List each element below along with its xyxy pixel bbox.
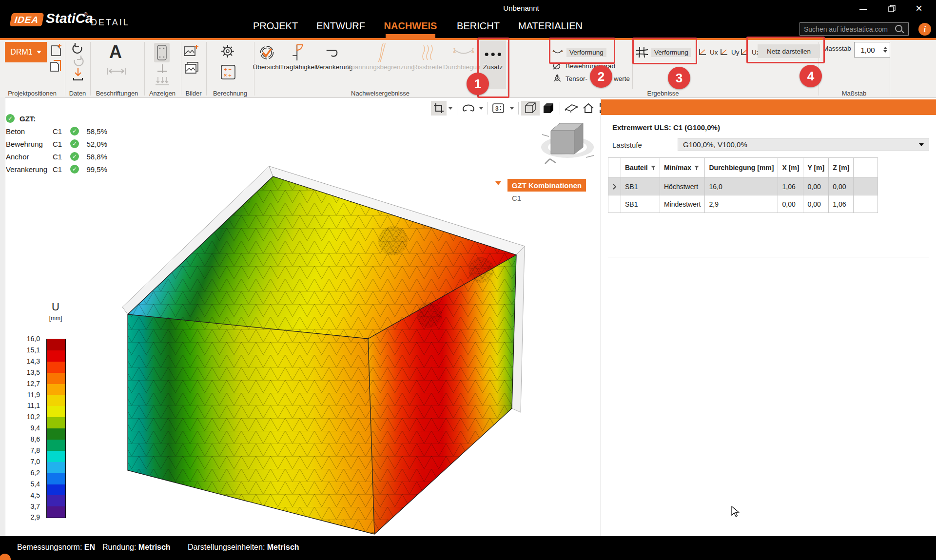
gzt-title-row: GZT:: [6, 112, 108, 125]
load-stage-value: G100,0%, V100,0%: [683, 140, 747, 149]
chevron-down-icon: [37, 51, 41, 54]
table-row[interactable]: SB1 Mindestwert 2,9 0,00 0,00 1,06: [608, 195, 878, 213]
scale-stepper[interactable]: 1,00: [854, 42, 890, 58]
copy-position-icon[interactable]: [49, 58, 63, 73]
cell-empty: [854, 178, 878, 195]
load-stage-dropdown[interactable]: G100,0%, V100,0%: [678, 138, 929, 151]
check-icon: [70, 139, 79, 148]
axis-icon: [720, 48, 728, 57]
cell-z: 1,06: [829, 195, 854, 213]
crop-tool-icon[interactable]: [431, 101, 447, 116]
calculator-icon[interactable]: + − × ÷: [220, 64, 236, 80]
row-expander[interactable]: [608, 178, 621, 195]
status-value: Metrisch: [267, 543, 299, 551]
cell-durchbiegung: 16,0: [705, 178, 778, 195]
filter-icon[interactable]: [694, 166, 699, 170]
result-tragfaehigkeit[interactable]: Tragfähigkeit: [280, 42, 318, 74]
legend-title: U: [46, 301, 65, 313]
undo-icon[interactable]: [71, 43, 85, 55]
axes-display-icon[interactable]: [156, 63, 169, 75]
group-label-projektpositionen: Projektpositionen: [8, 90, 57, 97]
add-image-icon[interactable]: [183, 44, 199, 58]
decimal-places-icon[interactable]: 3: [490, 101, 508, 116]
search-input[interactable]: [800, 22, 909, 36]
combination-item[interactable]: C1: [512, 194, 521, 202]
tab-bericht[interactable]: BERICHT: [457, 20, 500, 33]
close-button[interactable]: ×: [916, 2, 922, 14]
navigation-cube[interactable]: [535, 116, 600, 168]
section-clip-icon[interactable]: [563, 101, 580, 116]
tab-projekt[interactable]: PROJEKT: [253, 20, 298, 33]
legend-value: 5,4: [31, 480, 40, 488]
column-label: Y [m]: [807, 164, 824, 172]
result-label: Rissbreite: [413, 63, 442, 71]
logo-registered-mark: ®: [84, 12, 87, 17]
table-row[interactable]: SB1 Höchstwert 16,0 1,06 0,00 0,00: [608, 178, 878, 195]
cell-empty: [854, 195, 878, 213]
project-position-dropdown[interactable]: DRM1: [5, 42, 47, 62]
cell-x: 1,06: [778, 178, 803, 195]
deflection-icon: [452, 42, 475, 63]
legend-value: 14,3: [27, 357, 40, 365]
filter-icon[interactable]: [651, 166, 656, 170]
chevron-down-icon[interactable]: [510, 107, 514, 110]
legend-color-band: [47, 440, 65, 451]
gzt-title: GZT:: [20, 115, 36, 123]
extremes-table: Bauteil Min/max Durchbiegung [mm] X [m] …: [608, 157, 878, 213]
result-label: Spannungsbegrenzung: [347, 63, 415, 71]
legend-color-band: [47, 451, 65, 462]
empty-column-header: [854, 158, 878, 178]
settings-gear-icon[interactable]: [219, 43, 236, 59]
redo-icon: [71, 56, 85, 66]
col-minmax[interactable]: Min/max: [660, 158, 705, 178]
new-position-icon[interactable]: [50, 43, 63, 58]
result-uebersicht[interactable]: Übersicht: [253, 42, 280, 74]
gzt-item-name: Bewehrung: [6, 140, 53, 148]
home-view-icon[interactable]: [580, 101, 597, 116]
stepper-arrows-icon[interactable]: [881, 47, 890, 53]
gzt-item-value: 58,5%: [84, 127, 107, 135]
result-type-label: werte: [614, 75, 630, 82]
chevron-down-icon[interactable]: [448, 107, 452, 110]
gzt-item-combo: C1: [53, 165, 70, 174]
status-value: Metrisch: [138, 543, 171, 551]
app-window: { "window": { "title": "Unbenannt" }, "m…: [0, 0, 936, 560]
stress-limit-icon: [375, 42, 386, 63]
axis-ux-toggle[interactable]: Ux: [698, 47, 718, 58]
legend-value: 11,1: [27, 402, 40, 409]
col-y: Y [m]: [803, 158, 829, 178]
import-data-icon[interactable]: [72, 67, 84, 81]
chevron-down-icon[interactable]: [495, 181, 501, 185]
anchorage-hook-icon: [325, 42, 343, 63]
tab-nachweis[interactable]: NACHWEIS: [384, 20, 437, 33]
col-x: X [m]: [778, 158, 803, 178]
tab-entwurf[interactable]: ENTWURF: [316, 20, 365, 33]
search-icon[interactable]: [895, 25, 902, 32]
solid-cube-icon[interactable]: [540, 101, 557, 116]
restore-button[interactable]: [888, 5, 896, 13]
chevron-down-icon[interactable]: [479, 107, 483, 110]
legend-value: 16,0: [27, 335, 40, 343]
ribbon-divider: [206, 42, 207, 96]
gallery-icon[interactable]: [184, 61, 200, 75]
annotation-circle-1: 1: [467, 73, 489, 95]
column-label: X [m]: [782, 164, 799, 172]
legend-value: 10,2: [27, 413, 40, 421]
legend-color-band: [47, 373, 65, 384]
legend-unit: [mm]: [46, 315, 65, 322]
results-panel-header: [601, 99, 936, 115]
legend-color-band: [47, 350, 65, 362]
tab-materialien[interactable]: MATERIALIEN: [518, 20, 583, 33]
table-header-row: Bauteil Min/max Durchbiegung [mm] X [m] …: [608, 158, 878, 178]
legend-value: 2,9: [31, 513, 40, 521]
combination-group-tag[interactable]: GZT Kombinationen: [507, 179, 586, 192]
col-bauteil[interactable]: Bauteil: [621, 158, 660, 178]
plate-view-icon[interactable]: [154, 43, 170, 62]
orbit-tool-icon[interactable]: [460, 101, 477, 116]
group-label-daten: Daten: [69, 90, 86, 97]
axis-uy-toggle[interactable]: Uy: [720, 47, 740, 58]
minimize-button[interactable]: [859, 9, 867, 10]
wireframe-cube-icon[interactable]: [521, 101, 540, 116]
labels-icon[interactable]: A: [109, 43, 122, 61]
info-icon[interactable]: i: [918, 23, 931, 36]
